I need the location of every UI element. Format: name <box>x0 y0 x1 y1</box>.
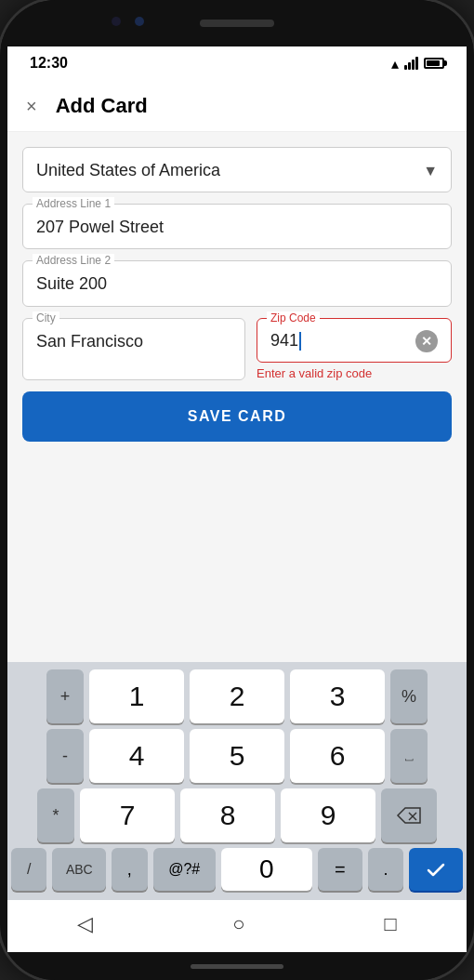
nav-bar: ◁ ○ □ <box>7 900 467 952</box>
nav-recent-button[interactable]: □ <box>385 912 397 936</box>
status-bar: 12:30 ▴ <box>7 46 467 80</box>
keyboard-row-3: * 7 8 9 <box>11 788 463 842</box>
key-multiply[interactable]: * <box>37 788 74 842</box>
key-comma[interactable]: , <box>112 848 147 891</box>
camera-right <box>135 17 144 26</box>
key-dot[interactable]: . <box>368 848 403 891</box>
phone-bottom <box>0 952 474 980</box>
key-7[interactable]: 7 <box>80 788 175 842</box>
key-divide[interactable]: / <box>11 848 46 891</box>
key-abc[interactable]: ABC <box>52 848 106 891</box>
key-3[interactable]: 3 <box>290 669 385 723</box>
camera-left <box>112 17 121 26</box>
phone-screen: 12:30 ▴ × Add Card <box>7 46 467 952</box>
status-time: 12:30 <box>30 55 68 72</box>
keyboard-row-1: + 1 2 3 % <box>11 669 463 723</box>
phone-frame: 12:30 ▴ × Add Card <box>0 0 474 980</box>
city-zip-row: City San Francisco Zip Code 941 ✕ <box>22 318 452 380</box>
zip-input-row: 941 ✕ <box>270 330 438 352</box>
wifi-icon: ▴ <box>391 55 399 73</box>
keyboard-row-2: - 4 5 6 ⎵ <box>11 729 463 783</box>
key-at[interactable]: @?# <box>153 848 216 891</box>
address2-label: Address Line 2 <box>33 254 114 267</box>
dropdown-arrow-icon: ▼ <box>423 163 438 179</box>
keyboard-row-4: / ABC , @?# 0 = . <box>11 848 463 891</box>
address1-value: 207 Powel Street <box>36 218 164 236</box>
zip-field[interactable]: Zip Code 941 ✕ <box>257 318 452 363</box>
zip-label: Zip Code <box>267 311 320 324</box>
key-6[interactable]: 6 <box>290 729 385 783</box>
key-confirm[interactable] <box>409 848 463 891</box>
page-title: Add Card <box>56 94 148 118</box>
key-backspace[interactable] <box>381 788 437 842</box>
zip-error-message: Enter a valid zip code <box>257 366 452 380</box>
signal-icon <box>404 57 418 70</box>
address1-label: Address Line 1 <box>33 197 114 210</box>
city-value: San Francisco <box>36 332 143 351</box>
key-minus[interactable]: - <box>46 729 84 783</box>
nav-home-button[interactable]: ○ <box>232 912 244 936</box>
key-percent[interactable]: % <box>390 669 428 723</box>
country-value: United States of America <box>36 159 220 182</box>
keyboard-area: + 1 2 3 % - 4 5 6 ⎵ * 7 8 9 <box>7 662 467 900</box>
key-1[interactable]: 1 <box>89 669 184 723</box>
app-header: × Add Card <box>7 80 467 132</box>
key-9[interactable]: 9 <box>281 788 375 842</box>
zip-field-wrapper: Zip Code 941 ✕ Enter a valid zip code <box>257 318 452 380</box>
zip-value: 941 <box>270 331 301 351</box>
key-2[interactable]: 2 <box>190 669 284 723</box>
key-space[interactable]: ⎵ <box>390 729 428 783</box>
key-equals[interactable]: = <box>318 848 362 891</box>
city-field[interactable]: City San Francisco <box>22 318 245 380</box>
address2-value: Suite 200 <box>36 274 107 293</box>
close-button[interactable]: × <box>26 97 37 115</box>
key-plus[interactable]: + <box>46 669 84 723</box>
status-icons: ▴ <box>391 55 444 73</box>
key-8[interactable]: 8 <box>180 788 275 842</box>
phone-speaker <box>200 20 274 27</box>
form-area: United States of America ▼ Address Line … <box>7 132 467 662</box>
zip-clear-button[interactable]: ✕ <box>415 330 438 352</box>
bottom-indicator <box>191 964 283 969</box>
address2-field[interactable]: Address Line 2 Suite 200 <box>22 260 452 306</box>
city-label: City <box>33 311 59 324</box>
save-card-button[interactable]: SAVE CARD <box>22 391 452 442</box>
phone-top-bar <box>0 0 474 46</box>
key-0[interactable]: 0 <box>221 848 312 891</box>
key-5[interactable]: 5 <box>190 729 284 783</box>
country-field[interactable]: United States of America ▼ <box>22 147 452 192</box>
nav-back-button[interactable]: ◁ <box>77 912 93 936</box>
key-4[interactable]: 4 <box>89 729 184 783</box>
address1-field[interactable]: Address Line 1 207 Powel Street <box>22 204 452 249</box>
battery-icon <box>424 58 444 69</box>
